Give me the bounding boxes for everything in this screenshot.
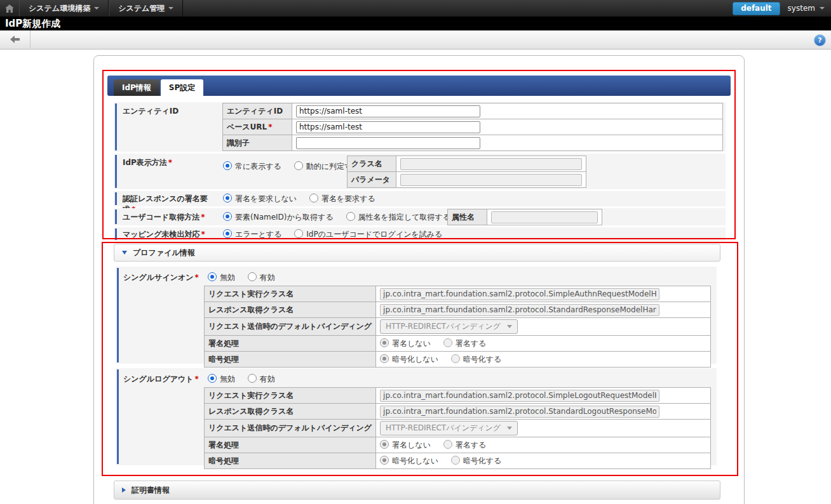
radio-label: 無効 xyxy=(220,273,235,282)
table-row: 暗号処理 暗号化しない 暗号化する xyxy=(205,352,711,368)
radio-label: 有効 xyxy=(260,273,275,282)
slo-response-class-input[interactable] xyxy=(380,406,659,418)
slo-binding-select[interactable]: HTTP-REDIRECTバインディング xyxy=(380,421,518,435)
tab-idp-info[interactable]: IdP情報 xyxy=(114,79,159,96)
back-button[interactable] xyxy=(0,30,30,48)
radio-try-idp-usercode[interactable] xyxy=(294,229,303,238)
table-row: リクエスト送信時のデフォルトバインディング HTTP-REDIRECTバインディ… xyxy=(205,420,711,437)
radio-slo-encrypt[interactable] xyxy=(451,456,460,465)
menu-system-environment[interactable]: システム環境構築 xyxy=(19,0,109,17)
triangle-down-icon xyxy=(122,251,127,255)
radio-sso-no-encrypt[interactable] xyxy=(380,354,389,363)
field-label: ベースURL xyxy=(227,123,267,131)
accordion-certificate-header[interactable]: 証明書情報 xyxy=(114,481,720,500)
table-row: レスポンス取得クラス名 xyxy=(205,404,711,420)
table-row: 暗号処理 暗号化しない 暗号化する xyxy=(205,453,711,469)
radio-slo-no-sign[interactable] xyxy=(380,440,389,449)
table-row: リクエスト送信時のデフォルトバインディング HTTP-REDIRECTバインディ… xyxy=(205,318,711,336)
table-row: リクエスト実行クラス名 xyxy=(205,286,711,302)
entity-id-input[interactable] xyxy=(296,105,480,117)
required-mark: * xyxy=(201,213,205,222)
identifier-input[interactable] xyxy=(296,137,480,149)
radio-from-nameid[interactable] xyxy=(223,212,232,221)
table-row: 署名処理 署名しない 署名する xyxy=(205,437,711,453)
accordion-profile-header[interactable]: プロファイル情報 xyxy=(114,244,720,262)
screen: システム環境構築 システム管理 default system IdP新規作成 ?… xyxy=(0,0,831,504)
radio-sso-encrypt[interactable] xyxy=(451,354,460,363)
radio-sso-sign[interactable] xyxy=(443,338,452,347)
home-icon[interactable] xyxy=(0,0,19,17)
menu-system-admin[interactable]: システム管理 xyxy=(109,0,183,17)
radio-no-signature-request[interactable] xyxy=(223,194,232,202)
row-label: シングルログアウト* xyxy=(116,368,201,465)
display-class-table: クラス名 パラメータ xyxy=(347,156,586,188)
user-menu[interactable]: system xyxy=(788,4,825,13)
page-title: IdP新規作成 xyxy=(5,18,60,30)
radio-label: 暗号化しない xyxy=(392,456,438,465)
radio-label: 暗号化する xyxy=(463,355,502,364)
form-row-idp-display: IdP表示方法* 常に表示する 動的に判定する クラス名 パラメータ xyxy=(114,154,726,189)
select-value: HTTP-REDIRECTバインディング xyxy=(386,423,501,434)
tab-sp-settings[interactable]: SP設定 xyxy=(161,79,203,96)
sso-request-class-input[interactable] xyxy=(380,288,659,300)
field-label: 暗号処理 xyxy=(208,456,239,465)
tab-bar: IdP情報 SP設定 xyxy=(107,76,731,96)
sso-table: リクエスト実行クラス名 レスポンス取得クラス名 リクエスト送信時のデフォルトバイ… xyxy=(204,286,711,368)
attribute-name-input[interactable] xyxy=(491,211,598,223)
radio-label: 署名しない xyxy=(392,339,431,348)
parameter-input[interactable] xyxy=(400,174,582,186)
field-label: 署名処理 xyxy=(208,339,239,348)
radio-slo-no-encrypt[interactable] xyxy=(380,456,389,465)
slo-request-class-input[interactable] xyxy=(380,390,659,402)
radio-sso-no-sign[interactable] xyxy=(380,338,389,347)
row-label: 認証レスポンスの署名要求* xyxy=(114,191,213,206)
field-label: レスポンス取得クラス名 xyxy=(208,305,294,314)
field-label: クラス名 xyxy=(351,159,382,168)
class-name-input[interactable] xyxy=(400,158,582,170)
title-bar: IdP新規作成 xyxy=(0,17,831,30)
radio-sso-enabled[interactable] xyxy=(248,272,257,281)
required-mark: * xyxy=(195,273,199,282)
user-name: system xyxy=(788,4,815,13)
table-row: ベースURL* xyxy=(223,119,723,135)
table-row: 識別子 xyxy=(223,135,723,151)
row-label: マッピング未検出対応* xyxy=(114,227,213,241)
radio-label: 署名する xyxy=(456,339,487,348)
workspace-default-button[interactable]: default xyxy=(733,2,780,15)
accent-bar xyxy=(115,192,117,205)
sso-block: シングルサインオン* 無効 有効 リクエスト実行クラス名 レスポンス取得クラス名… xyxy=(116,267,717,364)
radio-slo-sign[interactable] xyxy=(443,440,452,449)
navbar-right: default system xyxy=(733,2,831,15)
table-row: エンティティID xyxy=(223,103,723,119)
accent-bar xyxy=(115,103,117,150)
base-url-input[interactable] xyxy=(296,121,480,133)
radio-label: 有効 xyxy=(260,375,275,383)
radio-from-attribute[interactable] xyxy=(346,212,355,221)
field-label: エンティティID xyxy=(227,107,283,116)
menu-label: システム環境構築 xyxy=(29,3,90,14)
form-row-usercode: ユーザコード取得方法* 要素(NameID)から取得する 属性名を指定して取得す… xyxy=(114,208,726,225)
radio-error[interactable] xyxy=(223,229,232,238)
required-mark: * xyxy=(195,375,199,383)
sso-binding-select[interactable]: HTTP-REDIRECTバインディング xyxy=(380,319,518,334)
radio-slo-disabled[interactable] xyxy=(208,374,217,383)
accent-bar xyxy=(115,155,117,188)
form-row-response-signature: 認証レスポンスの署名要求* 署名を要求しない 署名を要求する xyxy=(114,191,726,206)
chevron-down-icon xyxy=(507,325,512,328)
radio-sso-disabled[interactable] xyxy=(208,272,217,281)
row-label: エンティティID xyxy=(114,102,213,152)
sso-response-class-input[interactable] xyxy=(380,304,659,316)
radio-always-display[interactable] xyxy=(223,161,232,170)
chevron-down-icon xyxy=(168,7,173,10)
radio-dynamic-judge[interactable] xyxy=(294,161,303,170)
radio-label: 署名を要求しない xyxy=(235,194,297,203)
form-row-entity-id: エンティティID エンティティID ベースURL* 識別子 xyxy=(114,102,726,152)
radio-slo-enabled[interactable] xyxy=(248,374,257,383)
radio-signature-request[interactable] xyxy=(309,194,318,202)
field-label: リクエスト送信時のデフォルトバインディング xyxy=(208,322,372,331)
table-row: クラス名 xyxy=(348,156,586,172)
help-icon[interactable]: ? xyxy=(814,34,826,46)
form-row-mapping: マッピング未検出対応* エラーとする IdPのユーザコードでログインを試みる xyxy=(114,227,726,241)
radio-label: 無効 xyxy=(220,375,235,383)
field-label: レスポンス取得クラス名 xyxy=(208,407,294,416)
